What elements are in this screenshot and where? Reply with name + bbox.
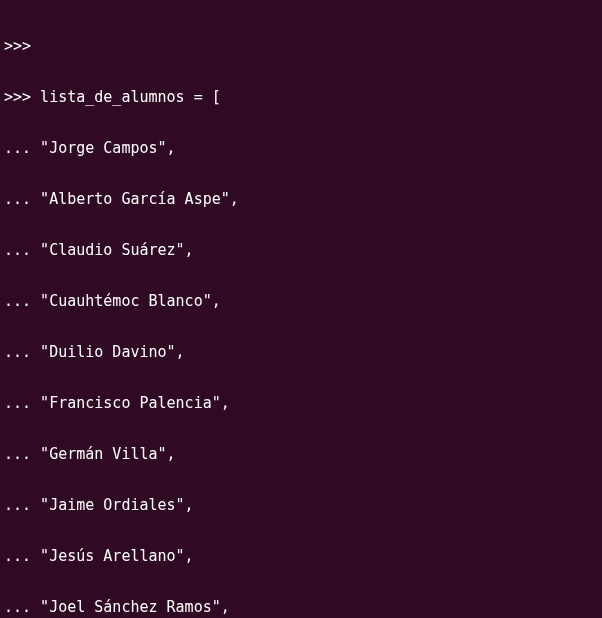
repl-line: >>>	[4, 38, 598, 55]
repl-line: ... "Duilio Davino",	[4, 344, 598, 361]
repl-line: ... "Jaime Ordiales",	[4, 497, 598, 514]
repl-line: >>> lista_de_alumnos = [	[4, 89, 598, 106]
repl-line: ... "Jorge Campos",	[4, 140, 598, 157]
repl-line: ... "Germán Villa",	[4, 446, 598, 463]
repl-line: ... "Claudio Suárez",	[4, 242, 598, 259]
repl-line: ... "Cuauhtémoc Blanco",	[4, 293, 598, 310]
repl-line: ... "Joel Sánchez Ramos",	[4, 599, 598, 616]
repl-line: ... "Jesús Arellano",	[4, 548, 598, 565]
repl-line: ... "Francisco Palencia",	[4, 395, 598, 412]
terminal-window[interactable]: >>> >>> lista_de_alumnos = [ ... "Jorge …	[0, 0, 602, 618]
repl-line: ... "Alberto García Aspe",	[4, 191, 598, 208]
